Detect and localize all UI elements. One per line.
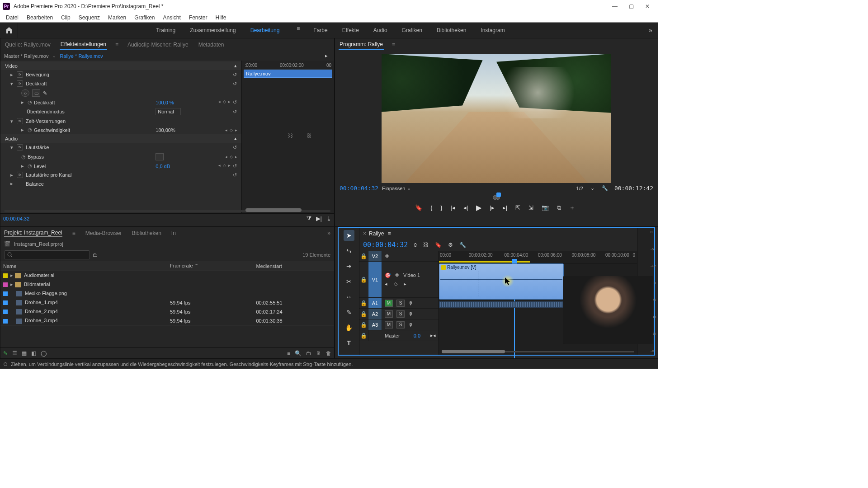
ws-editing[interactable]: Bearbeitung — [250, 25, 281, 35]
table-row[interactable]: Drohne_3.mp459,94 fps00:01:30:38 — [0, 316, 334, 325]
go-to-out-icon[interactable]: ▸| — [503, 204, 507, 211]
solo-toggle[interactable]: S — [396, 321, 405, 328]
reset-icon[interactable]: ↺ — [233, 172, 237, 178]
close-button[interactable]: ✕ — [639, 0, 656, 12]
ws-color[interactable]: Farbe — [312, 25, 328, 35]
collapse-up-icon[interactable]: ▴ — [234, 63, 237, 69]
toggle-output-icon[interactable]: 👁 — [395, 272, 400, 278]
mark-in-icon[interactable]: { — [430, 204, 432, 211]
track-name[interactable]: Video 1 — [403, 272, 436, 278]
twirl-icon[interactable]: ▸ — [10, 181, 15, 187]
target-icon[interactable]: 🎯 — [385, 272, 391, 278]
effect-balance[interactable]: Balance — [26, 181, 237, 187]
settings-icon[interactable]: ⚙ — [448, 242, 453, 248]
lock-icon[interactable]: 🔒 — [359, 251, 368, 261]
effect-scrollbar[interactable] — [4, 209, 330, 213]
collapse-up-icon[interactable]: ▴ — [234, 136, 237, 141]
voiceover-icon[interactable]: 🎙 — [408, 300, 413, 306]
label-swatch[interactable] — [3, 319, 8, 324]
twirl-icon[interactable]: ▸ — [21, 99, 26, 105]
add-keyframe-icon[interactable]: ◇ — [230, 155, 232, 159]
stopwatch-icon[interactable]: ◔ — [21, 154, 26, 160]
timeline-zoom-scrollbar[interactable] — [439, 349, 637, 354]
wrench-icon[interactable]: 🔧 — [459, 242, 466, 248]
table-row[interactable]: Drohne_1.mp459,94 fps00:02:55:51 — [0, 298, 334, 307]
comparison-view-icon[interactable]: ⧉ — [557, 204, 561, 211]
twirl-icon[interactable]: ▾ — [10, 145, 15, 150]
tab-source[interactable]: Quelle: Rallye.mov — [4, 40, 52, 50]
twirl-icon[interactable]: ▸ — [10, 72, 15, 78]
prev-keyframe-icon[interactable]: ◂ — [385, 281, 387, 287]
add-marker-icon[interactable]: 🔖 — [415, 204, 422, 211]
twirl-icon[interactable]: ▸ — [10, 282, 13, 287]
ws-graphics[interactable]: Grafiken — [401, 25, 423, 35]
panel-menu-icon[interactable]: ≡ — [115, 42, 118, 48]
play-only-icon[interactable]: ▶| — [316, 215, 322, 222]
opacity-value[interactable]: 100,0 % — [156, 100, 210, 105]
twirl-icon[interactable]: ▸ — [21, 127, 26, 133]
track-tag-v2[interactable]: V2 — [368, 251, 382, 261]
label-swatch[interactable] — [3, 291, 8, 296]
effect-opacity[interactable]: Deckkraft — [26, 81, 210, 86]
play-button[interactable]: ▶ — [476, 203, 481, 212]
col-framerate[interactable]: Framerate ⌃ — [167, 261, 253, 271]
tab-in[interactable]: In — [171, 230, 176, 236]
blend-mode-select[interactable]: Normal — [156, 108, 181, 115]
prev-keyframe-icon[interactable]: ◂ — [218, 163, 220, 169]
mask-ellipse-icon[interactable]: ○ — [21, 89, 29, 97]
prev-keyframe-icon[interactable]: ◂ — [218, 99, 220, 105]
icon-view-icon[interactable]: ▦ — [22, 350, 27, 357]
filter-icon[interactable]: ⧩ — [307, 215, 311, 222]
col-name[interactable]: Name — [0, 261, 167, 271]
stopwatch-icon[interactable]: ◔ — [28, 99, 32, 105]
label-swatch[interactable] — [3, 282, 8, 287]
label-swatch[interactable] — [3, 273, 8, 278]
table-row[interactable]: ▸Bildmaterial — [0, 280, 334, 289]
menu-marken[interactable]: Marken — [104, 14, 130, 22]
master-value[interactable]: 0,0 — [414, 333, 420, 338]
export-frame-icon[interactable]: ⤓ — [326, 215, 331, 222]
menu-clip[interactable]: Clip — [57, 14, 75, 22]
voiceover-icon[interactable]: 🎙 — [408, 322, 413, 328]
automate-to-sequence-icon[interactable]: ≡ — [287, 350, 290, 357]
track-tag-a1[interactable]: A1 — [368, 298, 382, 308]
video-clip[interactable]: Rallye.mov [V] — [439, 263, 564, 300]
menu-hilfe[interactable]: Hilfe — [212, 14, 231, 22]
table-row[interactable]: Drohne_2.mp459,94 fps00:02:17:24 — [0, 307, 334, 316]
table-row[interactable]: Mexiko Flagge.png — [0, 289, 334, 298]
export-frame-icon[interactable]: 📷 — [542, 204, 549, 211]
prev-keyframe-icon[interactable]: ◂ — [225, 155, 227, 159]
twirl-icon[interactable]: ▾ — [10, 81, 15, 87]
selection-tool[interactable]: ➤ — [344, 230, 354, 241]
freeform-view-icon[interactable]: ◧ — [31, 350, 36, 357]
playhead-icon[interactable] — [512, 259, 517, 263]
tab-project[interactable]: Projekt: Instagram_Reel — [4, 230, 62, 237]
track-tag-a3[interactable]: A3 — [368, 319, 382, 330]
maximize-button[interactable]: ▢ — [623, 0, 639, 12]
track-tag-a2[interactable]: A2 — [368, 309, 382, 319]
tab-program[interactable]: Programm: Rallye — [339, 39, 384, 50]
next-keyframe-icon[interactable]: ▸ — [235, 155, 237, 159]
menu-sequenz[interactable]: Sequenz — [75, 14, 104, 22]
find-icon[interactable]: 🔍 — [295, 350, 302, 357]
add-keyframe-icon[interactable]: ◇ — [223, 163, 226, 169]
add-keyframe-icon[interactable]: ◇ — [394, 281, 397, 287]
thumbnail-size-icon[interactable]: ◯ — [41, 350, 47, 357]
twirl-icon[interactable]: ▸ — [10, 172, 15, 178]
twirl-icon[interactable]: ▸ — [21, 163, 26, 169]
track-select-tool[interactable]: ⇆ — [344, 245, 354, 256]
next-keyframe-icon[interactable]: ▸ — [228, 163, 230, 169]
mute-toggle[interactable]: M — [385, 310, 393, 318]
chevron-down-icon[interactable]: ⌄ — [407, 185, 411, 191]
link-icon[interactable]: ⛓ — [307, 133, 311, 138]
write-mode-icon[interactable]: ✎ — [3, 350, 8, 357]
tab-metadata[interactable]: Metadaten — [198, 40, 225, 50]
extract-icon[interactable]: ⇲ — [528, 204, 533, 211]
new-bin-icon[interactable]: 🗀 — [306, 350, 311, 357]
menu-fenster[interactable]: Fenster — [185, 14, 212, 22]
panel-menu-icon[interactable]: ≡ — [387, 230, 391, 237]
mark-out-icon[interactable]: } — [440, 204, 442, 211]
mute-toggle[interactable]: M — [385, 300, 393, 307]
menu-ansicht[interactable]: Ansicht — [159, 14, 184, 22]
add-keyframe-icon[interactable]: ◇ — [223, 99, 226, 105]
